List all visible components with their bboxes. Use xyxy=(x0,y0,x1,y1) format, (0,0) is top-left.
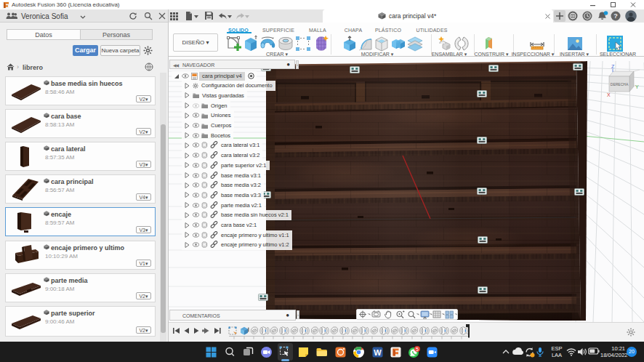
svg-text:Z: Z xyxy=(611,64,615,69)
svg-text:5: 5 xyxy=(416,347,419,352)
svg-text:?: ? xyxy=(613,12,618,20)
svg-text:Y: Y xyxy=(635,84,639,89)
svg-text:X: X xyxy=(607,92,611,97)
svg-text:W: W xyxy=(374,348,382,357)
svg-text:DERECHA: DERECHA xyxy=(611,82,629,87)
